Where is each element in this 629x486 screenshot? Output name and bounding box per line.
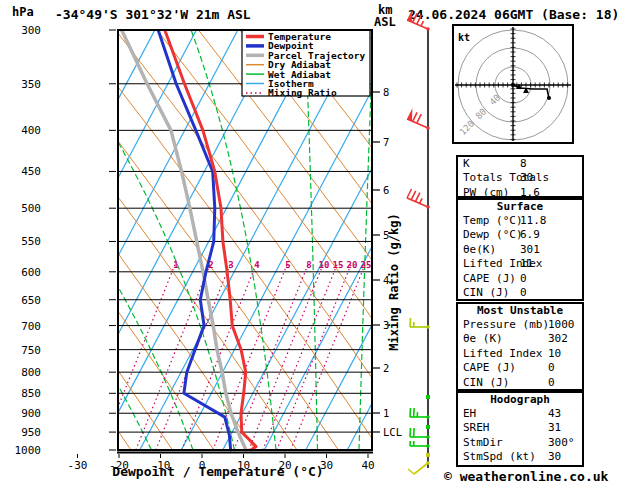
stat-label: K — [463, 157, 470, 170]
hodograph-unit-label: kt — [458, 32, 470, 43]
stat-value: 10 — [548, 347, 561, 361]
wind-barb-feather — [410, 428, 411, 437]
wind-barb — [410, 408, 430, 419]
pressure-tick-label: 300 — [21, 24, 41, 37]
copyright-label: © weatheronline.co.uk — [444, 469, 608, 484]
x-axis-label: Dewpoint / Temperature (°C) — [98, 464, 338, 479]
wind-barb-feather — [414, 428, 415, 437]
mixing-ratio-label: 5 — [285, 260, 290, 270]
stat-value: 11.8 — [520, 214, 547, 228]
dry-adiabat-line — [0, 30, 90, 450]
stat-value: 8 — [520, 157, 527, 171]
stat-label: Dewp (°C) — [463, 228, 523, 241]
wind-barb — [408, 461, 430, 474]
wet-adiabat-line — [401, 30, 426, 450]
wind-barb-feather — [410, 408, 411, 417]
wind-barb-shaft — [407, 198, 428, 207]
stat-row: Lifted Index11 — [458, 257, 582, 271]
km-tick-label: 2 — [383, 362, 389, 374]
wind-barb-feather — [413, 13, 418, 22]
pressure-tick-label: 700 — [21, 320, 41, 333]
mixing-ratio-line — [291, 262, 366, 450]
chart-legend: TemperatureDewpointParcel TrajectoryDry … — [242, 30, 370, 98]
wind-barb-half-feather — [420, 198, 422, 203]
km-tick-label: LCL — [383, 426, 402, 438]
pressure-tick-label: 600 — [21, 266, 41, 279]
stat-value: 300° — [548, 436, 575, 450]
wind-barb — [410, 428, 430, 439]
isotherm-line — [0, 30, 113, 450]
mixing-ratio-label: 20 — [347, 260, 358, 270]
stat-label: CAPE (J) — [463, 361, 516, 374]
dewpoint-curve — [158, 30, 230, 450]
km-tick-label: 1 — [383, 407, 389, 419]
pressure-tick-label: 650 — [21, 294, 41, 307]
stat-row: Lifted Index10 — [458, 347, 582, 361]
stat-value: 43 — [548, 407, 561, 421]
stat-label: StmSpd (kt) — [463, 450, 536, 463]
mixing-ratio-axis-label: Mixing Ratio (g/kg) — [387, 207, 401, 357]
wind-barb-feather — [415, 193, 420, 202]
stat-row: CAPE (J)0 — [458, 361, 582, 375]
pressure-tick-label: 950 — [21, 426, 41, 439]
stat-label: CIN (J) — [463, 286, 509, 299]
hodograph-trace-end-dot — [547, 96, 551, 100]
stat-row: CAPE (J)0 — [458, 272, 582, 286]
stat-value: 0 — [520, 272, 527, 286]
stat-value: 1000 — [548, 318, 575, 332]
stat-label: StmDir — [463, 436, 503, 449]
pressure-tick-label: 350 — [21, 78, 41, 91]
wind-barb-feather — [414, 408, 415, 417]
wind-barb-feather — [408, 469, 414, 474]
stat-row: StmDir300° — [458, 436, 582, 450]
pressure-tick-label: 900 — [21, 407, 41, 420]
stat-row: SREH31 — [458, 421, 582, 435]
mixing-ratio-label: 15 — [333, 260, 344, 270]
stat-value: 30 — [520, 171, 533, 185]
km-tick-label: 6 — [383, 184, 389, 196]
stat-row: K8 — [458, 157, 582, 171]
stat-row: CIN (J)0 — [458, 376, 582, 390]
hodograph-trace-start-dot — [511, 83, 515, 87]
stat-label: PW (cm) — [463, 186, 509, 199]
stat-box-most-unstable: Most UnstablePressure (mb)1000θe (K)302L… — [456, 302, 584, 391]
wind-barb-pennant — [407, 9, 412, 22]
wind-barb — [407, 189, 430, 209]
pressure-tick-label: 1000 — [15, 444, 42, 457]
km-tick-label: 8 — [383, 86, 389, 98]
mixing-ratio-line — [136, 262, 211, 450]
pressure-tick-label: 750 — [21, 344, 41, 357]
sounding-screen: hPa -34°49'S 301°32'W 21m ASL km ASL 24.… — [0, 0, 629, 486]
stat-box-title: Surface — [458, 200, 582, 214]
wind-barb-feather — [407, 189, 412, 198]
wind-barb — [407, 9, 430, 31]
wet-adiabat-line — [0, 30, 110, 450]
mixing-ratio-line — [249, 262, 324, 450]
mixing-ratio-label: 1 — [173, 260, 178, 270]
stat-box-hodograph: HodographEH43SREH31StmDir300°StmSpd (kt)… — [456, 391, 584, 467]
stat-row: Temp (°C)11.8 — [458, 214, 582, 228]
stat-value: 0 — [548, 361, 555, 375]
wind-barb-pennant — [407, 108, 412, 121]
wind-barb — [407, 108, 430, 130]
stat-box-indices: K8Totals Totals30PW (cm)1.6 — [456, 155, 584, 198]
temp-tick-label: 40 — [361, 459, 374, 472]
mixing-ratio-label: 3 — [228, 260, 233, 270]
wind-barb — [410, 441, 430, 448]
stat-label: EH — [463, 407, 476, 420]
pressure-tick-label: 400 — [21, 124, 41, 137]
stat-value: 0 — [520, 286, 527, 300]
stat-value: 30 — [548, 450, 561, 464]
stat-row: θe (K)302 — [458, 332, 582, 346]
stat-box-surface: SurfaceTemp (°C)11.8Dewp (°C)6.9θe(K)301… — [456, 198, 584, 301]
wind-barb-feather — [417, 15, 422, 24]
stat-row: EH43 — [458, 407, 582, 421]
wind-barb — [410, 318, 430, 329]
stat-label: Pressure (mb) — [463, 318, 549, 331]
sounding-curves — [122, 30, 256, 450]
stat-label: θe(K) — [463, 243, 496, 256]
stat-value: 31 — [548, 421, 561, 435]
mixing-ratio-label: 8 — [306, 260, 311, 270]
hodograph: 4080120kt — [453, 25, 573, 143]
legend-label-mixing_ratio: Mixing Ratio — [268, 87, 337, 98]
